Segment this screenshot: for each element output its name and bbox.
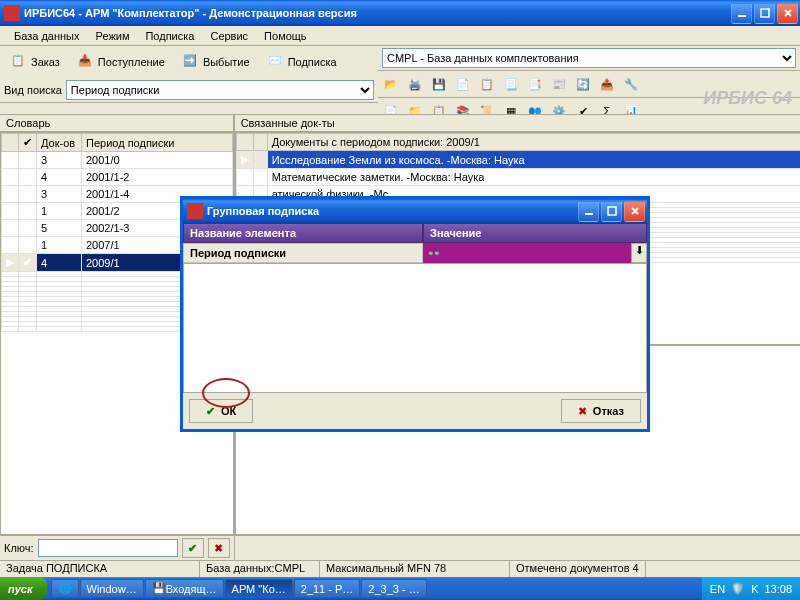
receipt-button[interactable]: 📥Поступление [71,50,172,74]
key-row: Ключ: ✔ ✖ [0,535,234,560]
col-check[interactable]: ✔ [19,134,37,152]
taskbar-item[interactable]: 2_3_3 - … [361,579,426,598]
dialog-row-label: Период подписки [183,243,423,263]
table-row[interactable]: 42001/1-2 [2,169,233,186]
key-cancel-button[interactable]: ✖ [208,538,230,558]
menu-service[interactable]: Сервис [202,28,256,44]
search-type-select[interactable]: Период подписки [66,80,374,100]
status-task: Задача ПОДПИСКА [0,561,200,577]
group-subscription-dialog: Групповая подписка Название элемента Зна… [180,196,650,432]
disposal-button[interactable]: ➡️Выбытие [176,50,257,74]
disposal-icon: ➡️ [183,54,199,70]
print-icon[interactable]: 🖨️ [404,73,426,95]
app-icon [4,5,20,21]
list-item[interactable]: ▶Исследование Земли из космоса. -Москва:… [236,151,800,169]
menu-subscription[interactable]: Подписка [137,28,202,44]
detail-buttons: ✔ ✖ [235,535,800,560]
col-period[interactable]: Период подписки [82,134,233,152]
dialog-minimize-button[interactable] [578,201,599,222]
key-apply-button[interactable]: ✔ [182,538,204,558]
brand-logo: ИРБИС 64 [703,88,792,109]
export-icon[interactable]: 📤 [596,73,618,95]
taskbar-item[interactable]: 🌐 [51,579,79,598]
dialog-maximize-button[interactable] [601,201,622,222]
envelope-icon: ✉️ [268,54,284,70]
menubar: База данных Режим Подписка Сервис Помощь [0,26,800,46]
key-input[interactable] [38,539,178,557]
language-indicator[interactable]: EN [710,583,725,595]
check-icon: ✔ [206,405,215,418]
search-type-label: Вид поиска [4,84,62,96]
status-db: База данных:CMPL [200,561,320,577]
list-item[interactable]: Математические заметки. -Москва: Наука [236,169,800,186]
cross-icon: ✖ [578,405,587,418]
status-marked: Отмечено документов 4 [510,561,646,577]
mode-toolbar: 📋Заказ 📥Поступление ➡️Выбытие ✉️Подписка [0,46,378,78]
receipt-icon: 📥 [78,54,94,70]
subscription-button[interactable]: ✉️Подписка [261,50,344,74]
table-row[interactable]: 32001/0 [2,152,233,169]
taskbar: пуск 🌐 Window… 💾 Входящ… АРМ "Ко… 2_11 -… [0,577,800,600]
order-button[interactable]: 📋Заказ [4,50,67,74]
clock: 13:08 [764,583,792,595]
dialog-col-name: Название элемента [183,223,423,243]
related-caption: Документы с периодом подписки: 2009/1 [267,134,800,151]
doc-icon[interactable]: 📃 [500,73,522,95]
main-window-titlebar: ИРБИС64 - АРМ "Комплектатор" - Демонстра… [0,0,800,26]
doc2-icon[interactable]: 📑 [524,73,546,95]
database-select[interactable]: CMPL - База данных комплектования [382,48,796,68]
order-icon: 📋 [11,54,27,70]
annotation-circle [202,378,250,408]
status-mfn: Максимальный MFN 78 [320,561,510,577]
svg-rect-3 [608,207,616,215]
dialog-icon [187,203,203,219]
related-header: Связанные док-ты [235,114,800,132]
dialog-close-button[interactable] [624,201,645,222]
tool-icon[interactable]: 🔧 [620,73,642,95]
taskbar-item[interactable]: 2_11 - P… [294,579,361,598]
dialog-col-value: Значение [423,223,647,243]
search-type-row: Вид поиска Период подписки [0,78,378,103]
key-label: Ключ: [4,542,34,554]
dialog-title: Групповая подписка [207,205,578,217]
refresh-icon[interactable]: 🔄 [572,73,594,95]
menu-database[interactable]: База данных [6,28,88,44]
doc3-icon[interactable]: 📰 [548,73,570,95]
dropdown-icon[interactable]: ⬇ [631,243,647,263]
svg-rect-0 [738,15,746,17]
svg-rect-1 [761,9,769,17]
close-button[interactable] [777,3,798,24]
save-icon[interactable]: 💾 [428,73,450,95]
dialog-grid-area [183,263,647,393]
maximize-button[interactable] [754,3,775,24]
taskbar-item[interactable]: 💾 Входящ… [145,579,224,598]
dictionary-header: Словарь [0,114,234,132]
menu-mode[interactable]: Режим [88,28,138,44]
copy-icon[interactable]: 📄 [452,73,474,95]
tool-icon[interactable]: 📂 [380,73,402,95]
tray-icon[interactable]: 🛡️ [731,582,745,595]
statusbar: Задача ПОДПИСКА База данных:CMPL Максима… [0,560,800,577]
menu-help[interactable]: Помощь [256,28,315,44]
db-select-row: CMPL - База данных комплектования [378,46,800,71]
col-indicator [2,134,19,152]
cancel-button[interactable]: ✖Отказ [561,399,641,423]
minimize-button[interactable] [731,3,752,24]
svg-rect-2 [585,213,593,215]
tray-icon[interactable]: K [751,583,758,595]
taskbar-item[interactable]: АРМ "Ко… [225,579,293,598]
dialog-titlebar[interactable]: Групповая подписка [183,199,647,223]
col-docs[interactable]: Док-ов [37,134,82,152]
start-button[interactable]: пуск [0,577,47,600]
window-title: ИРБИС64 - АРМ "Комплектатор" - Демонстра… [24,7,731,19]
dialog-value-field[interactable]: 👓 [423,243,631,263]
taskbar-item[interactable]: Window… [80,579,144,598]
paste-icon[interactable]: 📋 [476,73,498,95]
system-tray[interactable]: EN 🛡️ K 13:08 [702,577,800,600]
